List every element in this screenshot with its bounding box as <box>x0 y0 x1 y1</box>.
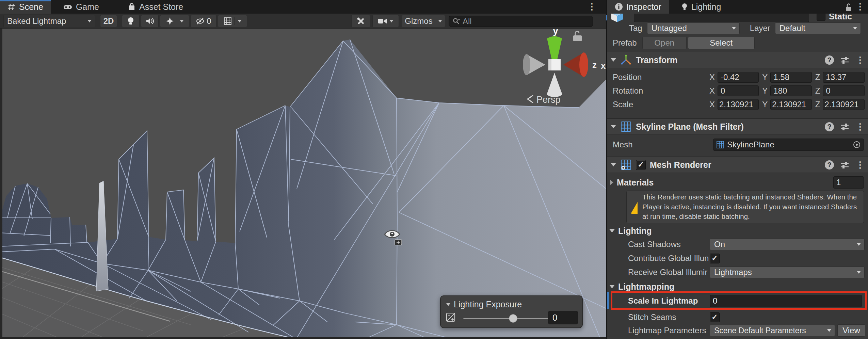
mesh-object-field[interactable]: SkylinePlane <box>713 139 864 151</box>
inspector-menu-icon[interactable]: ⋮ <box>856 2 865 11</box>
cast-shadows-label: Cast Shadows <box>628 240 681 249</box>
stitch-seams-checkbox[interactable]: ✓ <box>710 312 720 322</box>
mesh-label: Mesh <box>613 140 633 149</box>
object-picker-icon[interactable] <box>853 141 861 149</box>
component-menu-icon[interactable]: ⋮ <box>856 122 865 131</box>
prefab-row: Prefab Open Select <box>607 36 868 50</box>
materials-foldout-icon[interactable] <box>610 180 613 185</box>
inspector-tabbar: Inspector Lighting ⋮ <box>607 0 868 14</box>
gizmos-dropdown[interactable]: Gizmos <box>402 15 445 27</box>
foldout-icon[interactable] <box>609 229 615 232</box>
scene-viewport[interactable]: y z x Persp Lighting <box>0 29 606 339</box>
position-z-field[interactable]: 13.37 <box>823 72 865 83</box>
scene-lighting-toggle-button[interactable] <box>122 15 140 27</box>
materials-count-field[interactable]: 1 <box>833 176 864 189</box>
lightbulb-icon <box>681 3 688 11</box>
prefab-label: Prefab <box>613 38 637 48</box>
unity-editor-window: Scene Game Asset Store ⋮ Baked Lightm <box>0 0 868 339</box>
axis-label-y: y <box>553 29 558 36</box>
help-icon[interactable]: ? <box>825 160 834 170</box>
tab-asset-store[interactable]: Asset Store <box>120 0 191 14</box>
receive-gi-dropdown[interactable]: Lightmaps <box>710 267 865 278</box>
2d-label: 2D <box>103 16 114 26</box>
scale-row: Scale X 2.130921 Y 2.130921 Z 2.130921 <box>607 99 868 110</box>
tag-dropdown[interactable]: Untagged <box>647 22 740 34</box>
contribute-gi-label: Contribute Global Illun <box>628 254 709 263</box>
gameobject-name-field[interactable] <box>634 14 809 22</box>
tab-scene[interactable]: Scene <box>0 0 51 14</box>
lighting-section-header[interactable]: Lighting <box>607 225 868 236</box>
foldout-icon[interactable] <box>611 125 616 128</box>
lightmap-parameters-label: Lightmap Parameters <box>628 326 706 335</box>
mesh-renderer-enabled-checkbox[interactable]: ✓ <box>636 160 646 170</box>
mesh-filter-header[interactable]: Skyline Plane (Mesh Filter) ? ⋮ <box>607 118 868 135</box>
component-menu-icon[interactable]: ⋮ <box>856 160 865 169</box>
tab-lighting[interactable]: Lighting <box>674 0 729 14</box>
scale-y-field[interactable]: 2.130921 <box>770 99 811 110</box>
presets-icon[interactable] <box>840 55 850 65</box>
lightmapping-section-header[interactable]: Lightmapping <box>607 281 868 292</box>
exposure-slider-handle[interactable] <box>509 314 517 323</box>
presets-icon[interactable] <box>840 160 850 170</box>
static-label: Static <box>829 14 852 21</box>
component-menu-icon[interactable]: ⋮ <box>856 55 865 64</box>
layer-value: Default <box>779 23 805 33</box>
contribute-gi-checkbox[interactable]: ✓ <box>710 254 720 263</box>
cast-shadows-dropdown[interactable]: On <box>710 239 865 250</box>
dropdown-arrow-icon <box>827 329 831 332</box>
rotation-x-field[interactable]: 0 <box>718 85 759 96</box>
gameobject-cube-icon <box>610 14 624 22</box>
scene-effects-dropdown[interactable] <box>160 15 189 27</box>
scene-search-box[interactable] <box>449 16 593 27</box>
prefab-open-button[interactable]: Open <box>642 37 687 49</box>
foldout-icon[interactable] <box>609 285 615 288</box>
inspector-panel: Inspector Lighting ⋮ <box>607 0 868 339</box>
tab-game[interactable]: Game <box>55 0 107 14</box>
presets-icon[interactable] <box>840 122 850 131</box>
help-icon[interactable]: ? <box>825 55 834 65</box>
scene-search-input[interactable] <box>463 17 572 26</box>
mesh-renderer-header[interactable]: ✓ Mesh Renderer ? ⋮ <box>607 157 868 173</box>
lightmap-parameters-value: Scene Default Parameters <box>714 326 806 335</box>
scale-x-field[interactable]: 2.130921 <box>718 99 759 110</box>
grid-settings-dropdown[interactable] <box>218 15 247 27</box>
rotation-z-field[interactable]: 0 <box>823 85 865 96</box>
foldout-icon[interactable] <box>611 58 616 62</box>
position-y-field[interactable]: 1.58 <box>770 72 811 83</box>
static-checkbox[interactable] <box>817 14 825 21</box>
scene-camera-dropdown[interactable] <box>372 15 399 27</box>
axis-x-label: X <box>709 86 715 96</box>
inspector-lock-icon[interactable] <box>844 3 853 12</box>
exposure-foldout-icon[interactable] <box>446 303 450 306</box>
scale-z-field[interactable]: 2.130921 <box>823 99 865 110</box>
draw-mode-dropdown[interactable]: Baked Lightmap <box>3 15 95 27</box>
view-button[interactable]: View <box>837 324 865 337</box>
draw-mode-label: Baked Lightmap <box>7 16 66 26</box>
position-x-field[interactable]: -0.42 <box>718 72 759 83</box>
receive-gi-value: Lightmaps <box>714 268 752 277</box>
lightmap-parameters-dropdown[interactable]: Scene Default Parameters <box>710 325 835 336</box>
axis-label-x: x <box>601 61 606 71</box>
transform-header[interactable]: Transform ? ⋮ <box>607 52 868 68</box>
rotation-y-field[interactable]: 180 <box>770 85 811 96</box>
layer-dropdown[interactable]: Default <box>775 22 861 34</box>
scene-visibility-button[interactable]: 0 <box>191 15 216 27</box>
2d-toggle-button[interactable]: 2D <box>100 15 117 27</box>
scene-panel-menu-icon[interactable]: ⋮ <box>588 2 596 11</box>
game-gamepad-icon <box>63 3 73 11</box>
dropdown-arrow-icon <box>853 27 857 30</box>
foldout-icon[interactable] <box>611 163 616 166</box>
dropdown-arrow-icon <box>857 271 861 274</box>
receive-gi-row: Receive Global Illumir Lightmaps <box>607 266 868 278</box>
gizmos-label: Gizmos <box>405 16 432 26</box>
mesh-value: SkylinePlane <box>727 140 774 149</box>
scene-tools-button[interactable] <box>351 15 370 27</box>
help-icon[interactable]: ? <box>825 122 834 131</box>
scene-audio-toggle-button[interactable] <box>141 15 159 27</box>
rotation-label: Rotation <box>613 86 643 96</box>
prefab-select-button[interactable]: Select <box>688 37 755 49</box>
tools-icon <box>356 17 365 26</box>
exposure-value-field[interactable]: 0 <box>548 311 578 324</box>
materials-row[interactable]: Materials 1 <box>607 176 868 189</box>
tab-inspector[interactable]: Inspector <box>607 0 669 14</box>
